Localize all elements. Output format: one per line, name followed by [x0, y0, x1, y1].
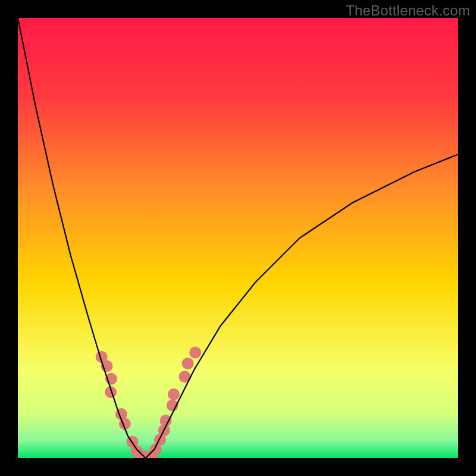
- marker-dot: [189, 346, 201, 358]
- marker-dot: [160, 415, 172, 427]
- chart-frame: TheBottleneck.com: [0, 0, 476, 476]
- watermark-text: TheBottleneck.com: [346, 2, 470, 19]
- marker-dot: [182, 358, 194, 369]
- marker-dot: [168, 389, 180, 400]
- chart-svg: [18, 18, 458, 458]
- chart-background: [18, 18, 458, 458]
- chart-plot: [18, 18, 458, 458]
